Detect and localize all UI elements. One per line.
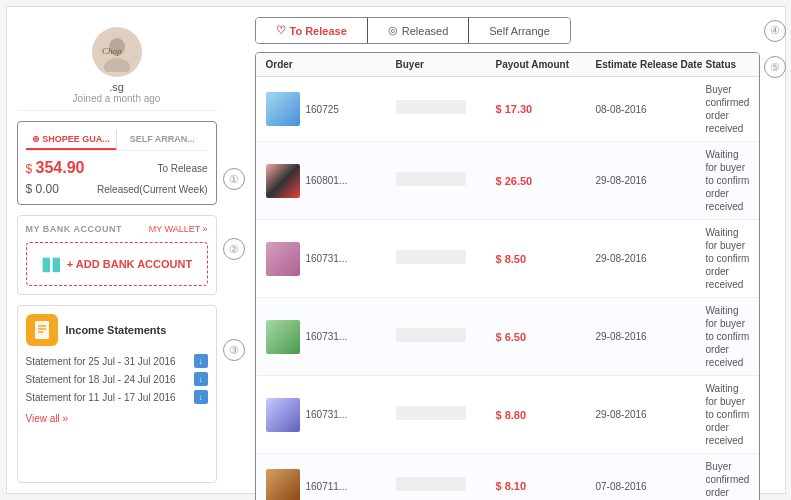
- tab-self-arrange[interactable]: SELF ARRAN...: [117, 130, 208, 150]
- bank-title: MY BANK ACCOUNT: [26, 224, 123, 234]
- payout-amount: $ 6.50: [496, 331, 596, 343]
- tab-released[interactable]: ◎ Released: [368, 18, 468, 43]
- tab-self-arrange[interactable]: Self Arrange: [469, 18, 570, 43]
- table-row: 160731... $ 6.50 29-08-2016 Waiting for …: [256, 298, 760, 376]
- annotation-3: ③: [223, 339, 245, 361]
- order-cell: 160731...: [266, 320, 396, 354]
- payout-amount: $ 17.30: [496, 103, 596, 115]
- status-text: Waiting for buyer to confirm order recei…: [706, 304, 750, 369]
- orders-table: Order Buyer Payout Amount Estimate Relea…: [255, 52, 761, 500]
- profile-name: .sg: [109, 81, 124, 93]
- avatar: Chop: [92, 27, 142, 77]
- order-id: 160731...: [306, 253, 348, 264]
- released-icon: ◎: [388, 24, 398, 37]
- to-release-icon: ♡: [276, 24, 286, 37]
- order-cell: 160731...: [266, 398, 396, 432]
- tab-to-release[interactable]: ♡ To Release: [256, 18, 367, 43]
- col-order: Order: [266, 59, 396, 70]
- release-date: 29-08-2016: [596, 331, 706, 342]
- release-date: 08-08-2016: [596, 104, 706, 115]
- product-thumb: [266, 320, 300, 354]
- order-cell: 160725: [266, 92, 396, 126]
- table-row: 160725 $ 17.30 08-08-2016 Buyer confirme…: [256, 77, 760, 142]
- buyer-name: [396, 100, 466, 114]
- release-date: 29-08-2016: [596, 253, 706, 264]
- income-item-2: Statement for 18 Jul - 24 Jul 2016 ↓: [26, 372, 208, 386]
- table-header: Order Buyer Payout Amount Estimate Relea…: [256, 53, 760, 77]
- status-text: Buyer confirmed order received: [706, 83, 750, 135]
- status-text: Waiting for buyer to confirm order recei…: [706, 148, 750, 213]
- tab-shopee-guarantee[interactable]: ⊕ SHOPEE GUA...: [26, 130, 117, 150]
- order-id: 160801...: [306, 175, 348, 186]
- order-cell: 160711...: [266, 469, 396, 500]
- order-id: 160725: [306, 104, 339, 115]
- product-thumb: [266, 398, 300, 432]
- release-date: 29-08-2016: [596, 409, 706, 420]
- col-release-date: Estimate Release Date: [596, 59, 706, 70]
- buyer-name: [396, 477, 466, 491]
- bank-card-icon: ▮▮: [41, 253, 61, 275]
- col-status: Status: [706, 59, 750, 70]
- download-icon-2[interactable]: ↓: [194, 372, 208, 386]
- order-cell: 160801...: [266, 164, 396, 198]
- product-thumb: [266, 469, 300, 500]
- income-icon: [26, 314, 58, 346]
- buyer-name: [396, 250, 466, 264]
- annotation-4: ④: [764, 20, 786, 42]
- income-statements-box: Income Statements Statement for 25 Jul -…: [17, 305, 217, 483]
- status-text: Waiting for buyer to confirm order recei…: [706, 382, 750, 447]
- order-cell: 160731...: [266, 242, 396, 276]
- col-buyer: Buyer: [396, 59, 496, 70]
- bank-box: MY BANK ACCOUNT MY WALLET » ▮▮ + ADD BAN…: [17, 215, 217, 295]
- table-row: 160731... $ 8.80 29-08-2016 Waiting for …: [256, 376, 760, 454]
- download-icon-3[interactable]: ↓: [194, 390, 208, 404]
- payout-amount: $ 8.80: [496, 409, 596, 421]
- buyer-name: [396, 172, 466, 186]
- annotation-5: ⑤: [764, 56, 786, 78]
- annotation-1: ①: [223, 168, 245, 190]
- table-row: 160711... $ 8.10 07-08-2016 Buyer confir…: [256, 454, 760, 500]
- released-amount: $ 0.00: [26, 182, 59, 196]
- order-id: 160731...: [306, 331, 348, 342]
- my-wallet-link[interactable]: MY WALLET »: [149, 224, 208, 234]
- svg-text:Chop: Chop: [102, 46, 122, 56]
- product-thumb: [266, 242, 300, 276]
- income-item-1: Statement for 25 Jul - 31 Jul 2016 ↓: [26, 354, 208, 368]
- income-title: Income Statements: [66, 324, 167, 336]
- product-thumb: [266, 92, 300, 126]
- order-id: 160731...: [306, 409, 348, 420]
- annotation-2: ②: [223, 238, 245, 260]
- download-icon-1[interactable]: ↓: [194, 354, 208, 368]
- status-text: Waiting for buyer to confirm order recei…: [706, 226, 750, 291]
- to-release-label: To Release: [157, 163, 207, 174]
- table-row: 160731... $ 8.50 29-08-2016 Waiting for …: [256, 220, 760, 298]
- balance-box: ⊕ SHOPEE GUA... SELF ARRAN... $ 354.90 T…: [17, 121, 217, 205]
- svg-rect-4: [35, 321, 49, 339]
- product-thumb: [266, 164, 300, 198]
- buyer-name: [396, 406, 466, 420]
- add-bank-button[interactable]: ▮▮ + ADD BANK ACCOUNT: [26, 242, 208, 286]
- to-release-amount: $ 354.90: [26, 159, 85, 177]
- table-row: 160801... $ 26.50 29-08-2016 Waiting for…: [256, 142, 760, 220]
- payout-amount: $ 8.50: [496, 253, 596, 265]
- view-all-link[interactable]: View all »: [26, 413, 69, 424]
- col-payout: Payout Amount: [496, 59, 596, 70]
- status-text: Buyer confirmed order received: [706, 460, 750, 500]
- tabs-row: ♡ To Release ◎ Released Self Arrange ④: [255, 17, 787, 44]
- payout-amount: $ 8.10: [496, 480, 596, 492]
- release-date: 29-08-2016: [596, 175, 706, 186]
- income-item-3: Statement for 11 Jul - 17 Jul 2016 ↓: [26, 390, 208, 404]
- release-date: 07-08-2016: [596, 481, 706, 492]
- buyer-name: [396, 328, 466, 342]
- tabs-container: ♡ To Release ◎ Released Self Arrange: [255, 17, 571, 44]
- payout-amount: $ 26.50: [496, 175, 596, 187]
- order-id: 160711...: [306, 481, 348, 492]
- profile-joined: Joined a month ago: [73, 93, 161, 104]
- released-label: Released(Current Week): [97, 184, 207, 195]
